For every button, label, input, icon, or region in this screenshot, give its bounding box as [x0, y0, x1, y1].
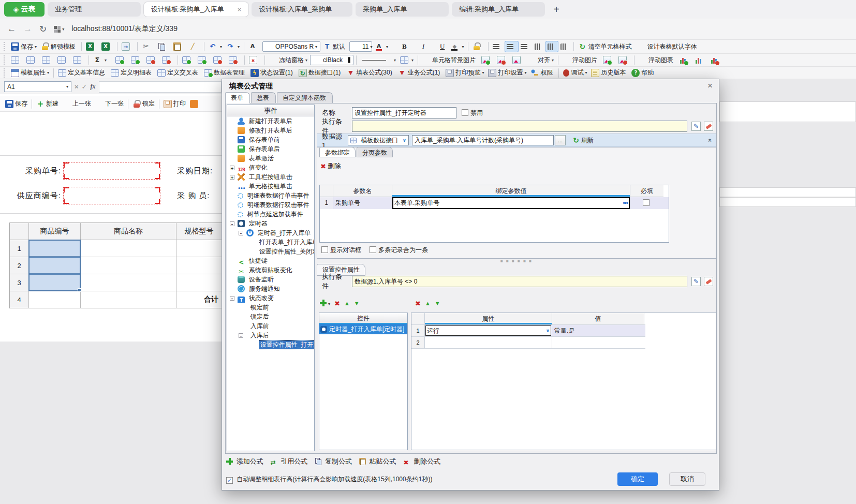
formula-action-button[interactable]: 引用公式: [271, 457, 308, 466]
toolbar-button[interactable]: ▾: [92, 55, 108, 65]
formula-cancel-icon[interactable]: ×: [75, 83, 79, 91]
toolbar-button[interactable]: [114, 55, 128, 65]
toolbar-button[interactable]: [264, 55, 265, 65]
dialog-close-icon[interactable]: ×: [707, 81, 713, 91]
toolbar-button[interactable]: [573, 42, 574, 51]
toolbar-button[interactable]: ▾: [225, 41, 241, 52]
tab-close-icon[interactable]: ×: [238, 6, 242, 13]
column-header[interactable]: 商品名称: [81, 223, 176, 240]
toolbar-button[interactable]: I: [411, 41, 427, 52]
move-down-icon[interactable]: ▼: [354, 300, 360, 306]
edit-condition-icon[interactable]: [691, 122, 701, 131]
toolbar-button[interactable]: [84, 41, 99, 52]
url-text[interactable]: localhost:88/10001/表单定义/339: [71, 24, 178, 34]
prop-name-cell[interactable]: [425, 337, 552, 348]
dialog-tab[interactable]: 自定义脚本函数: [277, 92, 333, 103]
apps-grid-button[interactable]: ▾: [54, 26, 64, 33]
toolbar-button[interactable]: [495, 55, 510, 65]
toolbar-button[interactable]: [418, 55, 418, 65]
toolbar-button[interactable]: [181, 55, 195, 65]
delete-parameter-button[interactable]: ✖ 删除: [320, 161, 341, 171]
toolbar-button[interactable]: 对齐 ▾: [526, 55, 555, 65]
toolbar-button[interactable]: [491, 41, 504, 52]
toolbar-button[interactable]: [546, 41, 558, 52]
control-list-item[interactable]: 定时器_打开入库单[定时器]: [319, 324, 407, 334]
disable-checkbox-box[interactable]: [462, 109, 468, 116]
tree-expand-icon[interactable]: [230, 221, 234, 226]
toolbar-button[interactable]: [471, 41, 485, 52]
form-toolbar-button[interactable]: [159, 99, 159, 109]
prop-value-header[interactable]: 值: [552, 313, 644, 324]
auto-adjust-checkbox-box[interactable]: [226, 477, 233, 484]
tree-item[interactable]: 服务端通知: [227, 284, 314, 293]
tree-item[interactable]: 设置控件属性_关闭定: [227, 247, 314, 256]
dialog-tab[interactable]: 总表: [251, 92, 276, 103]
toolbar-button[interactable]: [129, 55, 144, 65]
condition2-input[interactable]: [352, 276, 687, 287]
form-toolbar-button[interactable]: 上一张: [61, 99, 93, 109]
table-cell[interactable]: [81, 274, 176, 291]
toolbar-button[interactable]: 11 ▾: [349, 41, 372, 52]
toolbar-button[interactable]: 状态设置(1): [249, 68, 296, 78]
remove-property-icon[interactable]: ✖: [415, 300, 421, 307]
toolbar-button[interactable]: ▾: [373, 41, 390, 52]
table-cell[interactable]: [81, 240, 176, 257]
toolbar-button[interactable]: 浮动图片: [561, 55, 600, 65]
formula-action-button[interactable]: 复制公式: [315, 457, 352, 466]
tree-item[interactable]: 新建打开表单后: [227, 116, 314, 126]
tree-expand-icon[interactable]: [239, 231, 243, 235]
condition-input[interactable]: [352, 121, 687, 132]
form-toolbar-button[interactable]: 打印: [162, 99, 187, 109]
back-icon[interactable]: ←: [7, 24, 16, 34]
param-value-cell[interactable]: 本表单.采购单号 •••: [392, 197, 630, 209]
collapse-chevron-icon[interactable]: «: [707, 139, 714, 142]
toolbar-button[interactable]: [244, 42, 244, 51]
prop-value-cell[interactable]: [552, 337, 644, 348]
toolbar-button[interactable]: ▾: [207, 41, 224, 52]
toolbar-button[interactable]: 冻结窗格 ▾: [268, 55, 309, 65]
row-number[interactable]: 3: [10, 274, 29, 291]
toolbar-button[interactable]: [140, 41, 155, 52]
column-header[interactable]: 规格型号: [176, 223, 222, 240]
ok-button[interactable]: 确定: [617, 472, 658, 486]
move-up-icon[interactable]: ▲: [344, 300, 350, 306]
toolbar-button[interactable]: [356, 55, 357, 65]
tree-item[interactable]: 值变化: [227, 163, 314, 172]
toolbar-button[interactable]: [677, 55, 692, 65]
prop-name-header[interactable]: 属性: [425, 313, 552, 324]
dialog-tab[interactable]: 表单: [225, 92, 250, 103]
toolbar-button[interactable]: ▾: [449, 41, 465, 52]
forward-icon[interactable]: →: [23, 24, 32, 34]
toolbar-button[interactable]: [9, 55, 24, 65]
parameter-tab[interactable]: 参数绑定: [319, 147, 356, 157]
param-name-header[interactable]: 参数名: [333, 185, 392, 197]
toolbar-button[interactable]: [247, 55, 262, 65]
toolbar-button[interactable]: [88, 55, 89, 65]
row-number[interactable]: 2: [10, 257, 29, 274]
formula-input[interactable]: [99, 81, 222, 93]
form-toolbar-button[interactable]: 新建: [35, 99, 60, 109]
formula-fx-icon[interactable]: fx: [91, 83, 96, 91]
form-toolbar-button[interactable]: 锁定: [131, 99, 156, 109]
tree-item[interactable]: 入库后: [227, 331, 314, 340]
tree-item[interactable]: 明细表数据行单击事件: [227, 191, 314, 200]
toolbar-button[interactable]: 权限: [529, 68, 556, 78]
toolbar-button[interactable]: [693, 55, 707, 65]
toolbar-button[interactable]: [505, 41, 518, 52]
toolbar-button[interactable]: [533, 41, 545, 52]
form-toolbar-button[interactable]: 下一张: [94, 99, 125, 109]
tree-item[interactable]: 定时器: [227, 219, 314, 228]
splitter-handle[interactable]: ■ ■ ■ ■ ■ ■: [317, 260, 716, 264]
toolbar-button[interactable]: [601, 55, 616, 65]
window-tab[interactable]: 设计模板:采购单_入库单 ×: [144, 2, 248, 17]
table-cell[interactable]: [81, 291, 176, 308]
remove-control-icon[interactable]: ✖: [334, 300, 340, 307]
toolbar-button[interactable]: [559, 41, 571, 52]
tree-item[interactable]: 树节点延迟加载事件: [227, 210, 314, 219]
datasource-browse-button[interactable]: ...: [555, 135, 566, 145]
reload-icon[interactable]: ↻: [39, 24, 47, 35]
param-name-cell[interactable]: 采购单号: [333, 197, 392, 209]
table-cell[interactable]: [176, 257, 222, 274]
app-logo[interactable]: ◈ 云表: [4, 2, 45, 17]
tree-item[interactable]: 定时器_打开入库单: [227, 228, 314, 238]
